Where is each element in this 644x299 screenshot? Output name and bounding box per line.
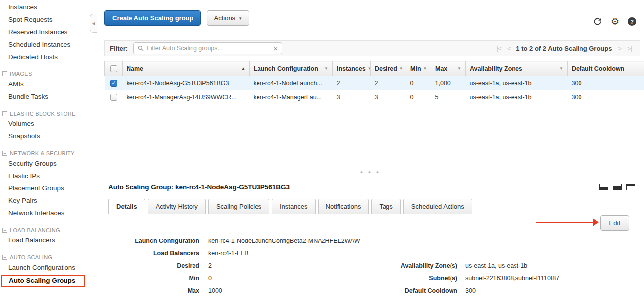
sidebar-item-security-groups[interactable]: Security Groups xyxy=(0,157,96,170)
tab-scheduled-actions[interactable]: Scheduled Actions xyxy=(403,199,472,214)
sidebar-section-label: AUTO SCALING xyxy=(10,254,52,260)
column-label: Default Cooldown xyxy=(572,65,624,72)
field-row: Max 1000 xyxy=(108,285,360,297)
cell-default-cooldown: 300 xyxy=(568,90,644,104)
pagination-last-button[interactable]: >| xyxy=(627,45,632,52)
column-label: Name xyxy=(127,65,143,72)
pagination-first-button[interactable]: |< xyxy=(497,45,501,52)
sidebar-item-bundle-tasks[interactable]: Bundle Tasks xyxy=(0,90,96,103)
column-label: Instances xyxy=(337,65,366,72)
detail-fields-left: Launch Configuration ken-rc4-1-NodeLaunc… xyxy=(108,235,360,299)
tab-activity-history[interactable]: Activity History xyxy=(148,199,206,214)
sidebar-item-auto-scaling-groups[interactable]: Auto Scaling Groups xyxy=(1,275,85,287)
edit-button[interactable]: Edit xyxy=(600,215,629,231)
row-select-cell xyxy=(105,76,123,90)
search-icon xyxy=(138,45,144,51)
column-label: Max xyxy=(435,65,447,72)
caret-down-icon: ▼ xyxy=(399,66,403,71)
select-all-checkbox[interactable] xyxy=(110,65,117,72)
select-all-header xyxy=(105,61,123,76)
tab-scaling-policies[interactable]: Scaling Policies xyxy=(208,199,269,214)
sidebar-item-dedicated-hosts[interactable]: Dedicated Hosts xyxy=(0,51,96,63)
sidebar-item-network-interfaces[interactable]: Network Interfaces xyxy=(0,207,96,219)
field-value: 1000 xyxy=(205,285,222,297)
cell-instances: 3 xyxy=(333,90,371,104)
pane-layout-controls xyxy=(599,184,635,190)
help-icon[interactable]: ? xyxy=(628,17,636,26)
sidebar-item-reserved-instances[interactable]: Reserved Instances xyxy=(0,26,96,38)
pagination-next-button[interactable]: > xyxy=(618,45,621,52)
field-row: Default Cooldown 300 xyxy=(372,285,559,297)
sidebar-collapse-handle[interactable]: ◀ xyxy=(90,14,97,33)
field-value: EC2 xyxy=(205,297,220,299)
layout-split-pane-icon[interactable] xyxy=(613,184,622,190)
sidebar-section-label: LOAD BALANCING xyxy=(10,227,60,233)
detail-tabs: Details Activity History Scaling Policie… xyxy=(104,199,644,214)
gear-icon[interactable]: ⚙ xyxy=(611,17,619,26)
splitter-handle[interactable]: ● ● ● xyxy=(97,170,644,175)
pagination: |< < 1 to 2 of 2 Auto Scaling Groups > >… xyxy=(497,45,635,52)
sidebar-item-instances[interactable]: Instances xyxy=(0,1,96,13)
field-value: 300 xyxy=(462,285,476,297)
table-row[interactable]: ken-rc4-1-ManagerAsg-14US9WWCR... ken-rc… xyxy=(105,90,644,104)
column-header-launch-configuration[interactable]: Launch Configuration▼ xyxy=(250,61,333,76)
sidebar-section-images[interactable]: − IMAGES xyxy=(0,71,96,77)
field-row: Load Balancers ken-rc4-1-ELB xyxy=(108,247,360,260)
sidebar-item-load-balancers[interactable]: Load Balancers xyxy=(0,234,96,246)
refresh-icon[interactable] xyxy=(593,17,602,26)
clear-filter-icon[interactable]: × xyxy=(273,45,278,52)
cell-desired: 2 xyxy=(371,76,406,90)
layout-bottom-pane-icon[interactable] xyxy=(599,184,608,190)
sidebar-section-auto-scaling[interactable]: − AUTO SCALING xyxy=(0,254,96,260)
tab-notifications[interactable]: Notifications xyxy=(318,199,369,214)
tab-instances[interactable]: Instances xyxy=(272,199,316,214)
sidebar-item-snapshots[interactable]: Snapshots xyxy=(0,130,96,142)
field-row: Health Check Type EC2 xyxy=(108,297,360,299)
actions-button-label: Actions xyxy=(214,14,235,22)
column-header-default-cooldown[interactable]: Default Cooldown xyxy=(568,61,644,76)
layout-full-pane-icon[interactable] xyxy=(626,184,635,190)
asg-table-wrap: Name▲ Launch Configuration▼ Instances▼ D… xyxy=(104,61,644,104)
column-header-name[interactable]: Name▲ xyxy=(123,61,250,76)
sidebar-item-amis[interactable]: AMIs xyxy=(0,78,96,90)
column-header-max[interactable]: Max▼ xyxy=(431,61,466,76)
sidebar-item-volumes[interactable]: Volumes xyxy=(0,118,96,130)
column-header-instances[interactable]: Instances▼ xyxy=(333,61,371,76)
sidebar-section-network-security[interactable]: − NETWORK & SECURITY xyxy=(0,150,96,156)
pagination-prev-button[interactable]: < xyxy=(507,45,511,52)
field-value: 0 xyxy=(205,272,212,285)
field-label: Load Balancers xyxy=(108,247,205,260)
cell-availability-zones: us-east-1a, us-east-1b xyxy=(466,90,568,104)
row-checkbox[interactable] xyxy=(110,94,117,101)
column-header-min[interactable]: Min▼ xyxy=(406,61,431,76)
column-label: Availability Zones xyxy=(470,65,522,72)
table-row[interactable]: ken-rc4-1-NodeAsg-G5TU3P561BG3 ken-rc4-1… xyxy=(105,76,644,90)
filter-search-input[interactable] xyxy=(147,45,270,52)
sidebar-section-elastic-block-store[interactable]: − ELASTIC BLOCK STORE xyxy=(0,111,96,117)
create-auto-scaling-group-button[interactable]: Create Auto Scaling group xyxy=(104,10,201,26)
column-header-desired[interactable]: Desired▼ xyxy=(371,61,406,76)
field-label: Desired xyxy=(108,260,205,272)
detail-panel: Auto Scaling Group: ken-rc4-1-NodeAsg-G5… xyxy=(104,179,644,299)
actions-button[interactable]: Actions▼ xyxy=(207,10,249,26)
field-label: Availability Zone(s) xyxy=(372,260,462,272)
filter-bar: Filter: × |< < 1 to 2 of 2 Auto Scaling … xyxy=(104,40,640,56)
sidebar-item-elastic-ips[interactable]: Elastic IPs xyxy=(0,170,96,182)
sidebar-item-placement-groups[interactable]: Placement Groups xyxy=(0,182,96,194)
pagination-summary: 1 to 2 of 2 Auto Scaling Groups xyxy=(516,45,612,52)
sidebar-section-label: IMAGES xyxy=(10,71,32,77)
sidebar-item-scheduled-instances[interactable]: Scheduled Instances xyxy=(0,38,96,51)
field-value: 2 xyxy=(205,260,212,272)
tab-details[interactable]: Details xyxy=(108,199,145,214)
field-label: Max xyxy=(108,285,205,297)
row-checkbox-checked[interactable] xyxy=(110,80,117,87)
sidebar-item-key-pairs[interactable]: Key Pairs xyxy=(0,194,96,207)
toolbar-icons: ⚙ ? xyxy=(593,17,636,26)
tab-tags[interactable]: Tags xyxy=(371,199,400,214)
sidebar-item-spot-requests[interactable]: Spot Requests xyxy=(0,13,96,26)
caret-down-icon: ▼ xyxy=(423,66,427,71)
sidebar-item-launch-configurations[interactable]: Launch Configurations xyxy=(0,261,96,274)
sidebar-section-load-balancing[interactable]: − LOAD BALANCING xyxy=(0,227,96,233)
column-header-availability-zones[interactable]: Availability Zones▼ xyxy=(466,61,568,76)
toolbar: Create Auto Scaling group Actions▼ ⚙ ? xyxy=(97,0,644,26)
